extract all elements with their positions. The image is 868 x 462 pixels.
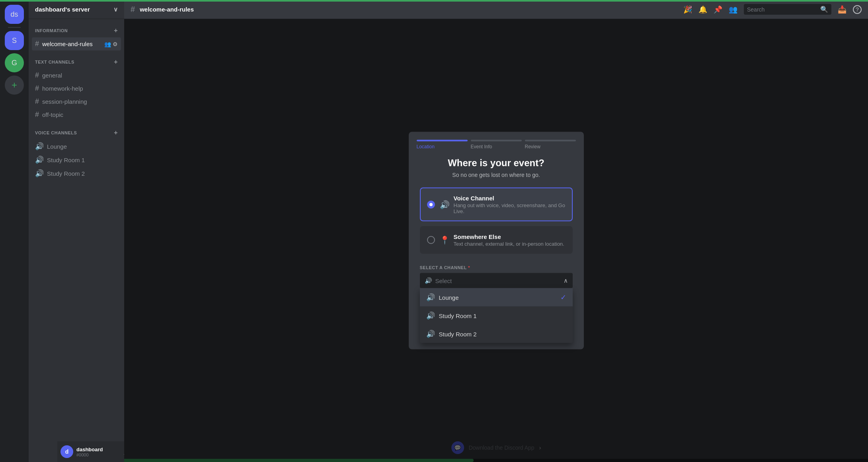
dropdown-item-lounge[interactable]: 🔊 Lounge ✓ (420, 288, 573, 307)
speaker-icon-study2: 🔊 (35, 169, 44, 178)
server-chevron-icon: ∨ (113, 6, 118, 13)
select-placeholder: Select (435, 277, 452, 284)
user-info: dashboard #0000 (76, 446, 103, 457)
channel-item-off-topic[interactable]: # off-topic (32, 108, 121, 121)
hash-icon-homework: # (35, 84, 39, 93)
select-speaker-icon: 🔊 (425, 277, 432, 284)
people-icon[interactable]: 👥 (104, 41, 111, 47)
channel-item-study-room-1[interactable]: 🔊 Study Room 1 (32, 153, 121, 167)
server-divider (8, 27, 21, 28)
voice-channel-icon: 🔊 (440, 200, 450, 209)
dropdown-item-study-room-1[interactable]: 🔊 Study Room 1 (420, 307, 573, 325)
channel-item-session-planning[interactable]: # session-planning (32, 95, 121, 108)
people-icon-header[interactable]: 👥 (729, 5, 737, 14)
step-bar-review (525, 140, 576, 142)
content-body: ver Location Event Info Review (124, 19, 868, 462)
step-label-review: Review (525, 144, 540, 149)
help-icon[interactable]: ? (853, 5, 862, 14)
radio-voice-channel (427, 200, 435, 208)
add-server-button[interactable]: + (5, 76, 24, 95)
bell-icon[interactable]: 🔔 (698, 5, 707, 14)
inbox-icon[interactable]: 📥 (838, 5, 847, 14)
hash-icon-session: # (35, 97, 39, 106)
top-accent-bar (0, 0, 868, 2)
select-channel-control[interactable]: 🔊 Select ∧ (420, 273, 573, 288)
channel-item-general[interactable]: # general (32, 69, 121, 82)
sidebar-section-text-channels: TEXT CHANNELS + # general # homework-hel… (29, 50, 124, 121)
modal-subtitle: So no one gets lost on where to go. (420, 172, 573, 178)
server-list: ds S G + (0, 0, 29, 462)
radio-somewhere-else (427, 236, 435, 244)
step-label-location: Location (417, 144, 435, 149)
step-bar-event-info (471, 140, 522, 142)
channel-hash-icon: # (131, 5, 135, 14)
channel-title: welcome-and-rules (140, 6, 194, 13)
sidebar-section-voice-channels: VOICE CHANNELS + 🔊 Lounge 🔊 Study Room 1… (29, 121, 124, 180)
hash-icon-offtopic: # (35, 111, 39, 119)
header-right-icons: 🎉 🔔 📌 👥 🔍 📥 ? (683, 4, 862, 15)
server-icon-3[interactable]: G (5, 53, 24, 72)
modal-title: Where is your event? (420, 157, 573, 169)
hash-icon-general: # (35, 71, 39, 80)
step-location: Location (417, 140, 468, 149)
main-content: # welcome-and-rules 🎉 🔔 📌 👥 🔍 📥 ? ver (124, 0, 868, 462)
modal-steps: Location Event Info Review (409, 132, 584, 149)
create-event-modal: Location Event Info Review Where is your… (409, 132, 584, 349)
section-header-voice-channels: VOICE CHANNELS + (32, 128, 121, 138)
option-somewhere-else[interactable]: 📍 Somewhere Else Text channel, external … (420, 226, 573, 254)
event-icon[interactable]: 🎉 (683, 5, 692, 14)
select-channel-section: SELECT A CHANNEL * 🔊 Select ∧ 🔊 Lounge ✓ (409, 259, 584, 343)
step-label-event-info: Event Info (471, 144, 492, 149)
add-text-channel-button[interactable]: + (114, 58, 118, 66)
channel-item-study-room-2[interactable]: 🔊 Study Room 2 (32, 167, 121, 180)
speaker-icon-study1: 🔊 (35, 155, 44, 164)
select-channel-label: SELECT A CHANNEL * (420, 265, 573, 270)
section-header-text-channels: TEXT CHANNELS + (32, 57, 121, 67)
study2-speaker-icon: 🔊 (426, 330, 435, 338)
required-indicator: * (468, 265, 470, 270)
search-input[interactable] (747, 6, 817, 13)
sidebar: dashboard's server ∨ INFORMATION + # wel… (29, 0, 124, 462)
channel-dropdown: 🔊 Lounge ✓ 🔊 Study Room 1 🔊 Study Room 2 (420, 288, 573, 343)
speaker-icon-lounge: 🔊 (35, 142, 44, 151)
step-event-info: Event Info (471, 140, 522, 149)
server-icon-2[interactable]: S (5, 31, 24, 50)
lounge-check-icon: ✓ (560, 293, 566, 302)
gear-icon[interactable]: ⚙ (113, 41, 118, 47)
voice-channel-text: Voice Channel Hang out with voice, video… (454, 195, 566, 214)
channel-item-homework-help[interactable]: # homework-help (32, 82, 121, 95)
pin-icon[interactable]: 📌 (714, 5, 722, 14)
step-bar-location (417, 140, 468, 142)
modal-body: Where is your event? So no one gets lost… (409, 149, 584, 254)
channel-item-welcome-and-rules[interactable]: # welcome-and-rules 👥 ⚙ (32, 37, 121, 50)
option-voice-channel[interactable]: 🔊 Voice Channel Hang out with voice, vid… (420, 188, 573, 221)
add-voice-channel-button[interactable]: + (114, 129, 118, 136)
somewhere-else-text: Somewhere Else Text channel, external li… (454, 233, 564, 247)
server-name-header[interactable]: dashboard's server ∨ (29, 0, 124, 19)
add-channel-information-button[interactable]: + (114, 27, 118, 34)
dropdown-item-study-room-2[interactable]: 🔊 Study Room 2 (420, 325, 573, 343)
search-icon: 🔍 (820, 6, 828, 13)
channel-settings-icons: 👥 ⚙ (104, 41, 118, 47)
server-name-label: dashboard's server (35, 6, 90, 13)
sidebar-section-information: INFORMATION + # welcome-and-rules 👥 ⚙ (29, 19, 124, 50)
user-avatar: d (60, 445, 73, 458)
channel-item-lounge[interactable]: 🔊 Lounge (32, 140, 121, 153)
main-header: # welcome-and-rules 🎉 🔔 📌 👥 🔍 📥 ? (124, 0, 868, 19)
lounge-speaker-icon: 🔊 (426, 293, 435, 302)
section-header-information: INFORMATION + (32, 25, 121, 36)
hash-icon-welcome: # (35, 40, 39, 48)
select-chevron-up-icon: ∧ (564, 277, 568, 284)
search-bar[interactable]: 🔍 (744, 4, 831, 15)
server-icon-ds[interactable]: ds (5, 5, 24, 24)
study1-speaker-icon: 🔊 (426, 311, 435, 320)
step-review: Review (525, 140, 576, 149)
location-icon: 📍 (440, 235, 450, 245)
